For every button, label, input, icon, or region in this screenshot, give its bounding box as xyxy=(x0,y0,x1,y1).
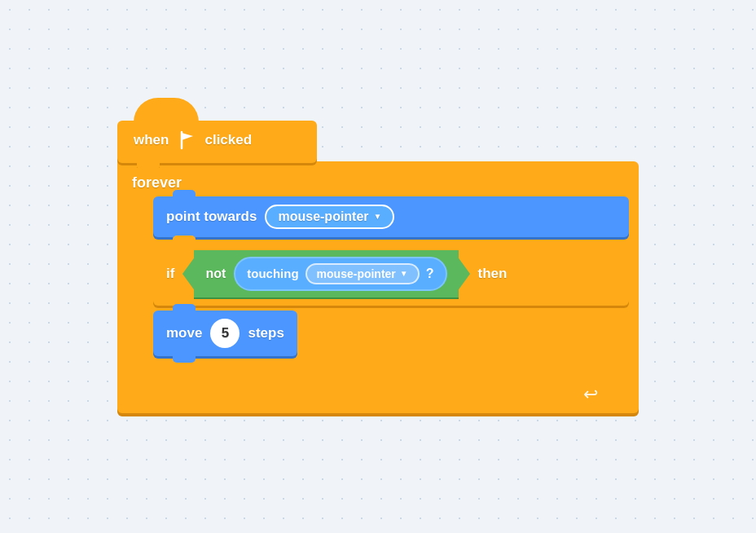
forever-block: forever point towards mouse-pointer ▼ xyxy=(117,161,639,413)
then-label: then xyxy=(478,266,508,282)
hat-block[interactable]: when clicked xyxy=(117,121,317,163)
move-value[interactable]: 5 xyxy=(210,319,240,348)
hat-connector xyxy=(137,161,160,170)
touching-block[interactable]: touching mouse-pointer ▼ ? xyxy=(234,257,446,291)
point-towards-block[interactable]: point towards mouse-pointer ▼ xyxy=(153,196,629,237)
point-top-notch xyxy=(173,190,196,198)
block-stack: when clicked forever xyxy=(117,121,639,413)
if-block: if not touching xyxy=(153,242,629,306)
if-top-notch xyxy=(173,236,196,244)
forever-left-arm xyxy=(117,196,153,385)
if-bottom-bar xyxy=(153,366,639,381)
point-dropdown-arrow: ▼ xyxy=(374,212,382,221)
point-dropdown-value: mouse-pointer xyxy=(278,209,368,224)
touching-dropdown[interactable]: mouse-pointer ▼ xyxy=(305,263,420,284)
forever-body-row: point towards mouse-pointer ▼ if xyxy=(117,196,639,385)
green-flag-icon xyxy=(175,129,198,152)
steps-label: steps xyxy=(248,325,284,341)
if-bottom-bar-spacer xyxy=(153,361,629,379)
move-top-notch xyxy=(173,304,196,312)
move-block[interactable]: move 5 steps xyxy=(153,311,297,356)
hat-bump xyxy=(134,98,199,124)
touching-dropdown-value: mouse-pointer xyxy=(317,267,396,280)
not-right-point xyxy=(457,256,470,292)
repeat-arrow-icon: ↩ xyxy=(583,384,598,405)
point-label: point towards xyxy=(166,209,257,225)
not-wrapper: not touching mouse-pointer ▼ ? xyxy=(182,250,469,297)
touching-label: touching xyxy=(247,266,298,280)
if-label: if xyxy=(166,266,174,282)
clicked-label: clicked xyxy=(204,132,252,148)
forever-label: forever xyxy=(117,168,639,196)
touching-dropdown-arrow: ▼ xyxy=(400,269,408,278)
not-block[interactable]: not touching mouse-pointer ▼ ? xyxy=(194,250,458,297)
question-mark: ? xyxy=(426,266,434,281)
forever-inner: point towards mouse-pointer ▼ if xyxy=(153,196,639,385)
when-label: when xyxy=(134,132,169,148)
scratch-workspace: when clicked forever xyxy=(52,30,704,503)
move-label: move xyxy=(166,325,202,341)
if-right-bar xyxy=(515,250,616,297)
point-dropdown[interactable]: mouse-pointer ▼ xyxy=(265,205,394,229)
not-label: not xyxy=(205,266,226,281)
